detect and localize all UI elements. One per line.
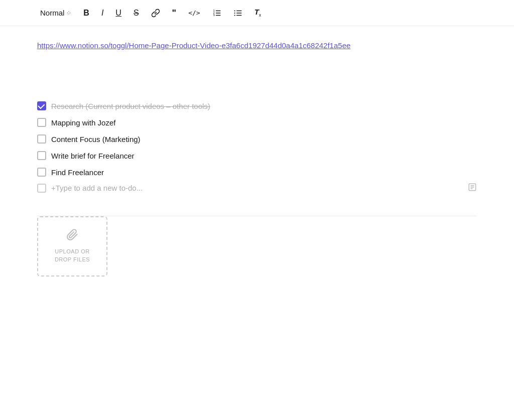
italic-button[interactable]: I [98, 7, 106, 19]
ordered-list-icon: 1 2 3 [212, 9, 221, 18]
checkbox-1[interactable] [37, 101, 46, 110]
new-todo-input[interactable] [51, 184, 477, 192]
ordered-list-button[interactable]: 1 2 3 [209, 7, 224, 20]
checkbox-3[interactable] [37, 134, 46, 144]
svg-point-11 [234, 15, 235, 16]
link-icon [151, 9, 160, 18]
code-button[interactable]: </> [185, 8, 203, 18]
upload-box[interactable]: UPLOAD OR DROP FILES [37, 216, 107, 276]
todo-item: Research (Current product videos – other… [37, 98, 477, 114]
chevron-icon: ⁘ [66, 10, 71, 17]
style-selector[interactable]: Normal ⁘ [37, 7, 74, 19]
unordered-list-button[interactable] [230, 7, 245, 20]
svg-text:3: 3 [213, 14, 215, 17]
checkbox-5[interactable] [37, 168, 46, 177]
todo-options-icon[interactable] [468, 183, 477, 194]
clear-format-label: Tx [254, 8, 262, 18]
checkbox-4[interactable] [37, 151, 46, 160]
strikethrough-button[interactable]: S [131, 7, 142, 19]
notion-link[interactable]: https://www.notion.so/toggl/Home-Page-Pr… [37, 41, 350, 50]
style-label: Normal [40, 9, 64, 17]
todo-list: Research (Current product videos – other… [37, 98, 477, 196]
new-todo-checkbox [37, 184, 46, 193]
svg-point-10 [234, 12, 235, 13]
quote-button[interactable]: " [169, 7, 180, 20]
link-block: https://www.notion.so/toggl/Home-Page-Pr… [37, 40, 477, 52]
todo-label-2: Mapping with Jozef [51, 117, 115, 128]
clear-format-button[interactable]: Tx [251, 6, 265, 20]
todo-item: Content Focus (Marketing) [37, 131, 477, 148]
todo-label-1: Research (Current product videos – other… [51, 101, 210, 111]
svg-point-9 [234, 10, 235, 11]
todo-label-4: Write brief for Freelancer [51, 151, 135, 161]
underline-button[interactable]: U [112, 7, 124, 19]
paperclip-icon [66, 229, 78, 244]
main-content: https://www.notion.so/toggl/Home-Page-Pr… [0, 26, 514, 216]
todo-item: Mapping with Jozef [37, 114, 477, 131]
upload-label: UPLOAD OR DROP FILES [55, 248, 90, 263]
bold-button[interactable]: B [80, 7, 92, 19]
todo-item: Find Freelancer [37, 164, 477, 181]
formatting-toolbar: Normal ⁘ B I U S " </> 1 2 3 [0, 0, 514, 26]
unordered-list-icon [233, 9, 242, 18]
todo-label-5: Find Freelancer [51, 167, 104, 178]
todo-label-3: Content Focus (Marketing) [51, 134, 141, 145]
todo-item: Write brief for Freelancer [37, 148, 477, 164]
checkbox-2[interactable] [37, 118, 46, 127]
link-button[interactable] [148, 7, 163, 20]
add-todo-row [37, 181, 477, 196]
upload-section: UPLOAD OR DROP FILES [0, 216, 514, 297]
